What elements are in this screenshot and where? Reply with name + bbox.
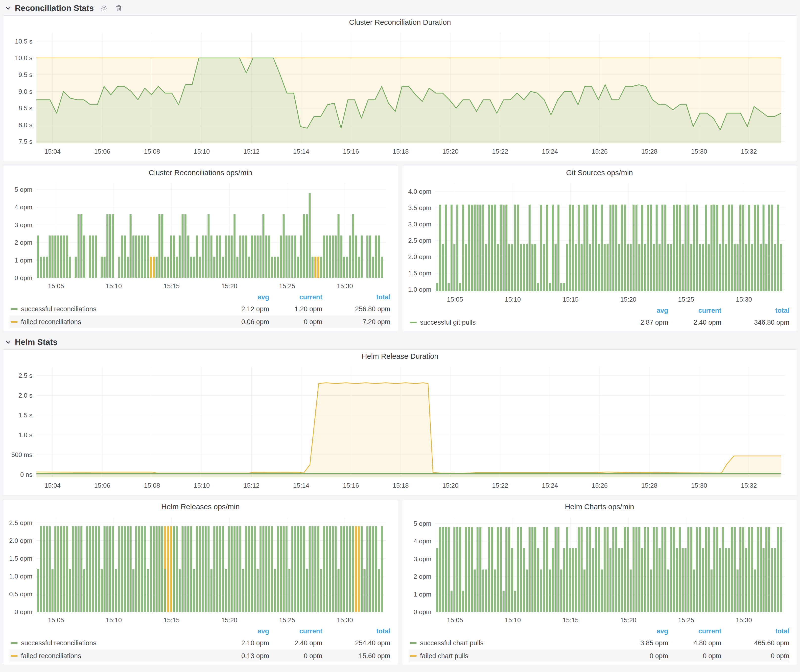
svg-text:15:10: 15:10 [106,282,122,290]
legend-header-row: avg current total [10,626,390,637]
series-color-dash [410,642,417,644]
panel-title-cluster-reconciliation-duration[interactable]: Cluster Reconciliation Duration [3,16,797,29]
git-sources-ops-chart[interactable]: 4.0 opm3.5 opm3.0 opm2.5 opm2.0 opm1.5 o… [402,179,797,305]
legend-label[interactable]: failed reconciliations [21,652,81,660]
svg-text:9.5 s: 9.5 s [19,71,32,78]
legend-current-value: 4.80 opm [668,639,722,647]
legend-header-row: avg current total [409,626,789,637]
svg-text:15:28: 15:28 [642,482,658,489]
section-title: Helm Stats [15,338,58,347]
chevron-down-icon [5,5,11,11]
legend-avg-value: 2.10 opm [216,639,269,647]
legend-current-value: 0 opm [668,652,722,660]
cluster-reconciliation-duration-chart[interactable]: 10.5 s10.0 s9.5 s9.0 s8.5 s8.0 s7.5 s15:… [3,29,797,157]
svg-text:15:18: 15:18 [393,148,409,155]
gear-icon[interactable] [99,3,109,13]
section-header-helm-stats: Helm Stats [3,335,797,349]
svg-text:500 ms: 500 ms [11,451,32,458]
legend-current-value: 2.40 opm [269,639,322,647]
series-color-dash [11,308,18,310]
svg-text:15:24: 15:24 [542,482,558,489]
legend-col-avg[interactable]: avg [216,627,269,635]
svg-text:1.5 opm: 1.5 opm [408,269,431,277]
legend-col-total[interactable]: total [322,627,390,635]
panel-title-helm-release-duration[interactable]: Helm Release Duration [3,350,797,363]
svg-text:0 opm: 0 opm [414,608,431,616]
cluster-reconciliations-ops-chart[interactable]: 5 opm4 opm3 opm2 opm1 opm0 opm15:0515:10… [3,179,398,291]
svg-text:15:08: 15:08 [144,482,160,489]
section-title: Reconciliation Stats [15,3,94,13]
panel-row: Cluster Reconciliations ops/min 5 opm4 o… [3,166,797,331]
legend-current-value: 1.20 opm [269,305,322,313]
legend-col-current[interactable]: current [269,293,322,301]
helm-releases-ops-chart[interactable]: 2.5 opm2.0 opm1.5 opm1.0 opm0.5 opm0 opm… [3,514,398,625]
svg-text:4 opm: 4 opm [14,203,32,211]
legend-avg-value: 0.06 opm [216,318,269,326]
legend-col-total[interactable]: total [722,627,789,635]
helm-release-duration-chart[interactable]: 2.5 s2.0 s1.5 s1.0 s500 ms0 ns15:0415:06… [3,363,797,491]
panel-row: Helm Releases ops/min 2.5 opm2.0 opm1.5 … [3,500,797,665]
series-color-dash [11,642,18,644]
svg-text:15:08: 15:08 [144,148,160,155]
panel-git-sources-ops: Git Sources ops/min 4.0 opm3.5 opm3.0 op… [402,166,797,331]
legend-col-total[interactable]: total [722,307,789,314]
svg-text:15:10: 15:10 [106,616,122,624]
svg-text:15:30: 15:30 [691,482,707,489]
panel-cluster-reconciliations-ops: Cluster Reconciliations ops/min 5 opm4 o… [3,166,398,331]
svg-text:8.0 s: 8.0 s [19,121,32,129]
svg-text:0 ns: 0 ns [20,471,32,478]
svg-text:1.5 s: 1.5 s [19,411,32,419]
svg-text:15:10: 15:10 [194,148,210,155]
legend-helm-releases: avg current total successful reconciliat… [3,625,398,664]
svg-text:3 opm: 3 opm [14,221,32,229]
legend-col-avg[interactable]: avg [216,293,269,301]
svg-text:1 opm: 1 opm [414,590,431,598]
legend-header-row: avg current total [10,292,390,302]
svg-text:15:20: 15:20 [621,296,637,303]
svg-text:15:06: 15:06 [94,482,110,489]
svg-text:2.0 opm: 2.0 opm [9,537,32,544]
svg-text:1.5 opm: 1.5 opm [9,555,32,562]
trash-icon[interactable] [114,3,123,13]
section-toggle-helm-stats[interactable]: Helm Stats [5,338,58,347]
svg-text:15:28: 15:28 [642,148,658,155]
svg-text:5 opm: 5 opm [14,186,32,193]
legend-label[interactable]: successful reconciliations [21,305,96,313]
legend-col-current[interactable]: current [668,627,722,635]
svg-text:15:22: 15:22 [492,148,508,155]
helm-charts-ops-chart[interactable]: 5 opm4 opm3 opm2 opm1 opm0 opm15:0515:10… [402,514,797,625]
svg-text:15:20: 15:20 [221,282,237,290]
legend-label[interactable]: successful chart pulls [420,639,483,647]
panel-title-git-sources-ops[interactable]: Git Sources ops/min [402,166,797,179]
svg-text:1.0 opm: 1.0 opm [9,573,32,580]
legend-col-avg[interactable]: avg [615,627,668,635]
svg-text:3.5 opm: 3.5 opm [408,204,431,211]
panel-title-cluster-reconciliations-ops[interactable]: Cluster Reconciliations ops/min [3,166,398,179]
legend-row-failed-reconciliations: failed reconciliations 0.06 opm 0 opm 7.… [10,315,390,328]
section-toggle-reconciliation-stats[interactable]: Reconciliation Stats [5,3,94,13]
legend-col-current[interactable]: current [269,627,322,635]
svg-text:15:25: 15:25 [279,282,295,290]
svg-text:15:15: 15:15 [563,296,579,303]
panel-title-helm-releases-ops[interactable]: Helm Releases ops/min [3,500,398,514]
svg-text:4 opm: 4 opm [414,538,431,545]
svg-text:2.5 opm: 2.5 opm [408,237,431,244]
legend-label[interactable]: failed chart pulls [420,652,468,660]
legend-col-avg[interactable]: avg [615,307,668,314]
svg-text:2.5 s: 2.5 s [19,372,32,379]
legend-col-total[interactable]: total [322,293,390,301]
svg-text:15:14: 15:14 [293,482,309,489]
legend-current-value: 0 opm [269,318,322,326]
svg-text:15:05: 15:05 [447,296,463,303]
legend-label[interactable]: successful git pulls [420,319,476,326]
panel-title-helm-charts-ops[interactable]: Helm Charts ops/min [402,500,797,514]
svg-text:15:05: 15:05 [48,282,64,290]
legend-total-value: 346.80 opm [722,319,789,326]
legend-col-current[interactable]: current [668,307,722,314]
legend-label[interactable]: failed reconciliations [21,318,81,326]
svg-text:10.0 s: 10.0 s [15,54,32,62]
legend-label[interactable]: successful reconciliations [21,639,96,647]
legend-row-successful-chart-pulls: successful chart pulls 3.85 opm 4.80 opm… [409,637,789,650]
svg-text:15:26: 15:26 [592,148,608,155]
svg-text:15:15: 15:15 [163,616,179,624]
